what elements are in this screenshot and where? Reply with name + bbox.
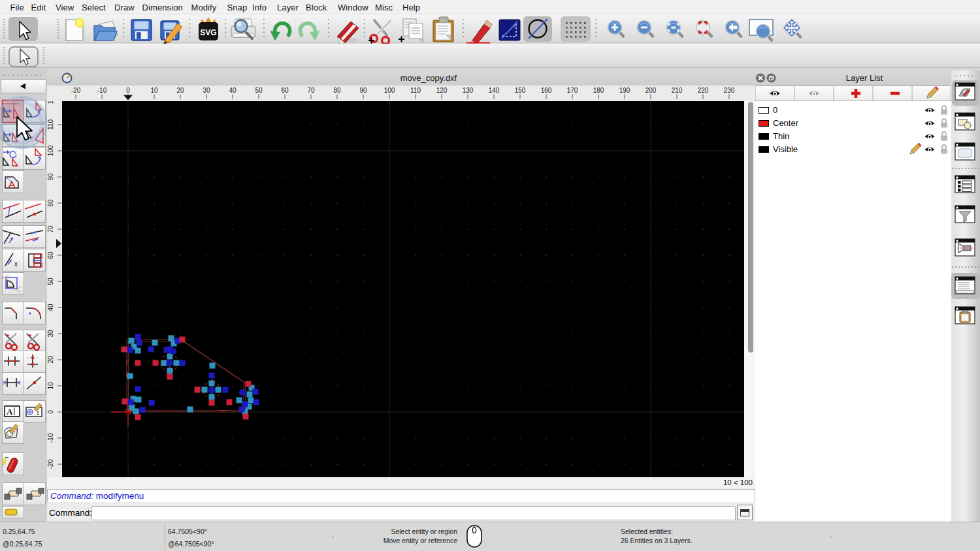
svg-text:40: 40 — [47, 304, 54, 311]
svg-text:0: 0 — [47, 410, 54, 414]
svg-text:-10: -10 — [97, 87, 107, 94]
svg-text:A: A — [7, 407, 13, 417]
svg-text:130: 130 — [463, 87, 474, 94]
svg-text:50: 50 — [255, 87, 263, 94]
svg-text:10: 10 — [150, 87, 158, 94]
svg-text:60: 60 — [47, 251, 54, 259]
svg-text:30: 30 — [47, 330, 54, 338]
svg-text:Layer List: Layer List — [846, 73, 883, 83]
svg-text:230: 230 — [724, 87, 735, 94]
svg-text:20: 20 — [176, 87, 184, 94]
svg-text:10: 10 — [47, 382, 54, 390]
svg-text:100: 100 — [47, 145, 54, 156]
svg-text:50: 50 — [47, 277, 54, 285]
svg-text:120: 120 — [436, 87, 448, 94]
svg-text:120: 120 — [47, 101, 54, 104]
svg-text:210: 210 — [672, 87, 683, 94]
svg-text:80: 80 — [47, 199, 54, 207]
svg-text:70: 70 — [307, 87, 315, 94]
svg-text:-10: -10 — [47, 433, 54, 443]
svg-text:100: 100 — [384, 87, 395, 94]
svg-text:20: 20 — [47, 356, 54, 364]
svg-text:0: 0 — [126, 87, 130, 94]
svg-text:-20: -20 — [47, 459, 54, 469]
svg-text:110: 110 — [47, 119, 54, 130]
svg-text:-20: -20 — [71, 87, 81, 94]
svg-text:110: 110 — [410, 87, 421, 94]
svg-text:180: 180 — [593, 87, 604, 94]
svg-text:190: 190 — [619, 87, 630, 94]
svg-text:160: 160 — [541, 87, 552, 94]
svg-text:150: 150 — [515, 87, 526, 94]
svg-text:90: 90 — [47, 173, 54, 181]
svg-text:40: 40 — [229, 87, 237, 94]
svg-text:170: 170 — [567, 87, 578, 94]
svg-text:220: 220 — [698, 87, 709, 94]
svg-text:SVG: SVG — [200, 28, 216, 37]
svg-text:60: 60 — [281, 87, 289, 94]
svg-text:140: 140 — [489, 87, 500, 94]
svg-text:30: 30 — [203, 87, 210, 94]
svg-text:x: x — [14, 260, 18, 268]
svg-text:70: 70 — [47, 225, 54, 233]
svg-text:80: 80 — [333, 87, 341, 94]
svg-text:200: 200 — [645, 87, 657, 94]
svg-text:90: 90 — [359, 87, 367, 94]
